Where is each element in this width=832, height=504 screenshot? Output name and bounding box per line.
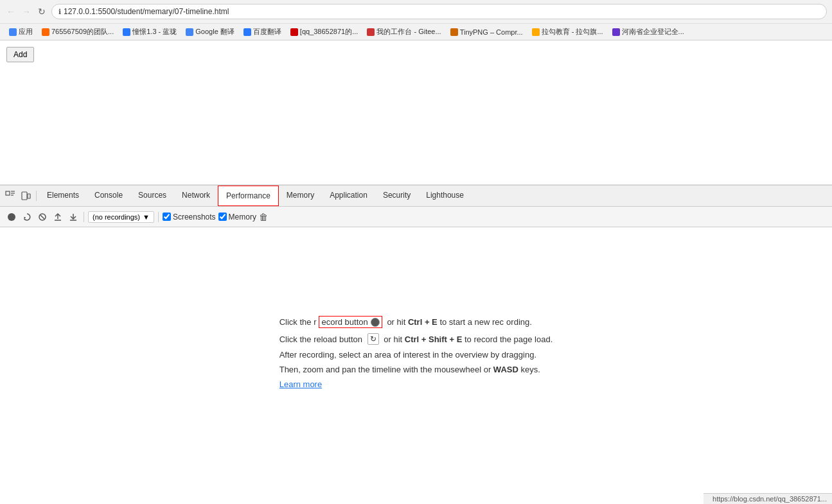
devtools-panel: ElementsConsoleSourcesNetworkPerformance… [0, 185, 832, 478]
screenshots-checkbox[interactable] [163, 213, 171, 221]
screenshots-label: Screenshots [173, 213, 216, 222]
bookmark-label: 应用 [19, 27, 33, 37]
bookmark-favicon [9, 28, 17, 36]
page-content: Add [0, 40, 832, 185]
address-bar[interactable]: ℹ 127.0.0.1:5500/student/memary/07-timel… [51, 4, 827, 19]
bookmark-favicon [612, 28, 620, 36]
performance-instructions: Click the r ecord button or hit Ctrl + E… [279, 227, 553, 478]
devtools-tab-network[interactable]: Network [174, 186, 218, 206]
record-circle-icon [371, 318, 380, 327]
instructions-area: Click the r ecord button or hit Ctrl + E… [279, 303, 553, 402]
svg-point-6 [8, 213, 15, 221]
learn-more-link[interactable]: Learn more [279, 379, 322, 389]
recordings-label: (no recordings) [93, 213, 140, 221]
bookmark-item[interactable]: 765567509的团队... [38, 26, 118, 38]
record-instruction: Click the r ecord button or hit Ctrl + E… [279, 316, 553, 328]
back-button[interactable]: ← [5, 6, 17, 17]
bookmark-item[interactable]: 我的工作台 - Gitee... [363, 26, 445, 38]
bookmark-label: [qq_38652871的... [300, 27, 358, 37]
bookmark-favicon [186, 28, 193, 36]
record-text-mid: or hit Ctrl + E to start a new rec [385, 317, 504, 327]
upload-button[interactable] [51, 211, 64, 223]
inspect-icon[interactable] [3, 186, 18, 206]
memory-checkbox-label[interactable]: Memory [218, 213, 256, 222]
browser-chrome: ← → ↻ ℹ 127.0.0.1:5500/student/memary/07… [0, 0, 832, 40]
bookmark-item[interactable]: 河南省企业登记全... [608, 26, 688, 38]
record-text-post: ording. [506, 317, 532, 327]
forward-button[interactable]: → [21, 6, 32, 17]
bookmark-label: 拉勾教育 - 拉勾旗... [542, 27, 603, 37]
devtools-tab-security[interactable]: Security [375, 186, 418, 206]
svg-line-9 [40, 215, 44, 219]
bookmark-favicon [290, 28, 298, 36]
bookmark-item[interactable]: 憧憬1.3 - 蓝珑 [119, 26, 181, 38]
bookmark-label: 河南省企业登记全... [622, 27, 684, 37]
browser-nav: ← → ↻ ℹ 127.0.0.1:5500/student/memary/07… [0, 0, 832, 23]
devtools-tab-memory[interactable]: Memory [279, 186, 322, 206]
reload-button[interactable]: ↻ [36, 6, 48, 17]
record-button-highlight: ecord button [319, 316, 382, 328]
bookmark-favicon [42, 28, 49, 36]
bookmark-favicon [243, 28, 251, 36]
clear-button[interactable] [36, 211, 49, 223]
devtools-toolbar: (no recordings) ▼ Screenshots Memory 🗑 [0, 207, 832, 227]
svg-rect-0 [6, 191, 10, 195]
bookmark-item[interactable]: TinyPNG – Compr... [447, 27, 527, 37]
note-line-1: After recording, select an area of inter… [279, 350, 553, 360]
bookmark-item[interactable]: 应用 [5, 26, 37, 38]
reload-record-button[interactable] [21, 211, 33, 223]
dropdown-arrow: ▼ [143, 213, 150, 221]
memory-label: Memory [229, 213, 256, 222]
bookmark-label: 憧憬1.3 - 蓝珑 [132, 27, 177, 37]
bookmark-label: 我的工作台 - Gitee... [376, 27, 441, 37]
reload-text-post: or hit Ctrl + Shift + E to record the pa… [382, 335, 553, 344]
bookmark-item[interactable]: 百度翻译 [240, 26, 285, 38]
bookmark-item[interactable]: [qq_38652871的... [287, 26, 362, 38]
toolbar-sep-2 [158, 212, 159, 222]
reload-instruction: Click the reload button ↻ or hit Ctrl + … [279, 333, 553, 345]
screenshots-checkbox-label[interactable]: Screenshots [163, 213, 216, 222]
delete-recordings-button[interactable]: 🗑 [259, 212, 268, 222]
recordings-dropdown[interactable]: (no recordings) ▼ [88, 211, 154, 223]
reload-text-pre: Click the reload button [279, 335, 365, 344]
bookmark-favicon [532, 28, 540, 36]
bookmark-label: Google 翻译 [195, 27, 235, 37]
device-icon[interactable] [18, 186, 33, 206]
bookmark-label: 765567509的团队... [51, 27, 114, 37]
bookmarks-bar: 应用765567509的团队...憧憬1.3 - 蓝珑Google 翻译百度翻译… [0, 23, 832, 40]
note-line-2: Then, zoom and pan the timeline with the… [279, 365, 553, 374]
tab-separator [36, 191, 37, 201]
devtools-tab-lighthouse[interactable]: Lighthouse [418, 186, 472, 206]
bookmark-favicon [450, 28, 458, 36]
status-bar: https://blog.csdn.net/qq_38652871... [704, 493, 832, 504]
devtools-tab-application[interactable]: Application [322, 186, 375, 206]
lock-icon: ℹ [58, 8, 61, 16]
url-text: 127.0.0.1:5500/student/memary/07-timelin… [64, 7, 229, 16]
add-button[interactable]: Add [6, 47, 34, 62]
devtools-tab-console[interactable]: Console [87, 186, 130, 206]
bookmark-favicon [123, 28, 130, 36]
instruction-block: Click the r ecord button or hit Ctrl + E… [279, 316, 553, 389]
bookmark-favicon [367, 28, 375, 36]
bookmark-item[interactable]: Google 翻译 [182, 26, 238, 38]
devtools-tab-sources[interactable]: Sources [130, 186, 174, 206]
status-text: https://blog.csdn.net/qq_38652871... [713, 495, 827, 503]
download-button[interactable] [67, 211, 80, 223]
bookmark-item[interactable]: 拉勾教育 - 拉勾旗... [528, 26, 607, 38]
record-text-pre: Click the r [279, 317, 317, 327]
devtools-tabs: ElementsConsoleSourcesNetworkPerformance… [0, 186, 832, 207]
toolbar-sep-1 [84, 212, 84, 222]
devtools-content: Click the r ecord button or hit Ctrl + E… [0, 227, 832, 478]
memory-checkbox[interactable] [218, 213, 227, 221]
record-button[interactable] [5, 211, 18, 223]
svg-rect-5 [28, 194, 30, 198]
devtools-tab-elements[interactable]: Elements [39, 186, 87, 206]
svg-rect-4 [22, 192, 27, 200]
devtools-tab-performance[interactable]: Performance [218, 186, 279, 206]
reload-icon: ↻ [367, 333, 379, 345]
bookmark-label: TinyPNG – Compr... [460, 28, 523, 36]
bookmark-label: 百度翻译 [253, 27, 281, 37]
